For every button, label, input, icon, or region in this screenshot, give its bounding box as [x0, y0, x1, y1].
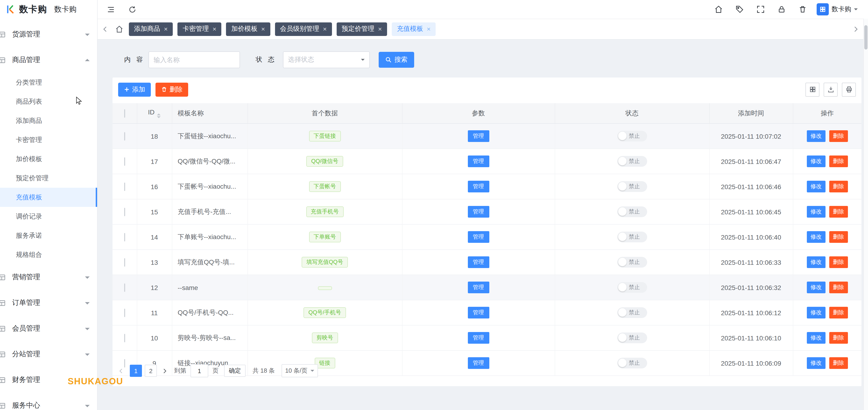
sidebar-item[interactable]: 规格组合 — [0, 245, 97, 264]
per-page-select[interactable]: 10 条/页 — [281, 364, 318, 377]
page-tab[interactable]: 充值模板 × — [392, 22, 436, 36]
tab-home-icon[interactable] — [115, 25, 123, 33]
row-delete-button[interactable]: 删除 — [829, 156, 848, 167]
status-toggle[interactable]: 禁止 — [617, 333, 647, 343]
row-delete-button[interactable]: 删除 — [829, 256, 848, 268]
manage-button[interactable]: 管理 — [468, 231, 489, 243]
edit-button[interactable]: 修改 — [807, 332, 826, 344]
fullscreen-icon[interactable] — [756, 5, 765, 13]
sidebar-item[interactable]: 货源管理 — [0, 22, 97, 47]
sidebar-item[interactable]: 预定价管理 — [0, 168, 97, 188]
close-icon[interactable]: × — [261, 26, 265, 32]
status-toggle[interactable]: 禁止 — [617, 131, 647, 141]
add-button[interactable]: 添加 — [118, 83, 151, 96]
manage-button[interactable]: 管理 — [468, 357, 489, 369]
edit-button[interactable]: 修改 — [807, 282, 826, 293]
close-icon[interactable]: × — [427, 26, 431, 32]
status-toggle[interactable]: 禁止 — [617, 232, 647, 242]
scrollbar-thumb[interactable] — [864, 25, 868, 50]
close-icon[interactable]: × — [212, 26, 216, 32]
status-toggle[interactable]: 禁止 — [617, 257, 647, 267]
status-toggle[interactable]: 禁止 — [617, 181, 647, 192]
sidebar-item[interactable]: 分类管理 — [0, 73, 97, 92]
row-checkbox[interactable] — [124, 157, 125, 165]
tag-icon[interactable] — [735, 5, 744, 13]
goto-page-input[interactable] — [190, 364, 208, 377]
trash-icon[interactable] — [799, 5, 807, 13]
sidebar-item[interactable]: 服务中心 — [0, 393, 97, 410]
manage-button[interactable]: 管理 — [468, 130, 489, 142]
status-toggle[interactable]: 禁止 — [617, 282, 647, 293]
tabs-scroll-right-icon[interactable] — [852, 26, 859, 32]
row-checkbox[interactable] — [124, 208, 125, 216]
sidebar-item[interactable]: 充值模板 — [0, 188, 97, 207]
edit-button[interactable]: 修改 — [807, 181, 826, 192]
vertical-scrollbar[interactable] — [863, 19, 868, 410]
sidebar-item[interactable]: 分站管理 — [0, 341, 97, 367]
status-toggle[interactable]: 禁止 — [617, 156, 647, 167]
row-delete-button[interactable]: 删除 — [829, 130, 848, 142]
print-button[interactable] — [842, 83, 856, 96]
status-toggle[interactable]: 禁止 — [617, 307, 647, 318]
manage-button[interactable]: 管理 — [468, 181, 489, 192]
sidebar-item[interactable]: 卡密管理 — [0, 130, 97, 150]
manage-button[interactable]: 管理 — [468, 307, 489, 318]
sidebar-item[interactable]: 服务承诺 — [0, 226, 97, 245]
row-delete-button[interactable]: 删除 — [829, 282, 848, 293]
page-number-button[interactable]: 2 — [145, 365, 157, 377]
sidebar-item[interactable]: 商品列表 — [0, 92, 97, 111]
manage-button[interactable]: 管理 — [468, 332, 489, 344]
page-tab[interactable]: 加价模板 × — [226, 22, 270, 36]
row-checkbox[interactable] — [124, 334, 125, 342]
status-toggle[interactable]: 禁止 — [617, 207, 647, 217]
sidebar-item[interactable]: 商品管理 — [0, 47, 97, 73]
manage-button[interactable]: 管理 — [468, 282, 489, 293]
row-delete-button[interactable]: 删除 — [829, 206, 848, 218]
row-checkbox[interactable] — [124, 258, 125, 266]
page-tab[interactable]: 添加商品 × — [129, 22, 173, 36]
row-checkbox[interactable] — [124, 132, 125, 140]
manage-button[interactable]: 管理 — [468, 256, 489, 268]
close-icon[interactable]: × — [378, 26, 382, 32]
filter-columns-button[interactable] — [805, 83, 819, 96]
row-delete-button[interactable]: 删除 — [829, 332, 848, 344]
page-tab[interactable]: 预定价管理 × — [337, 22, 387, 36]
sidebar-item[interactable]: 会员管理 — [0, 316, 97, 341]
edit-button[interactable]: 修改 — [807, 357, 826, 369]
close-icon[interactable]: × — [323, 26, 327, 32]
edit-button[interactable]: 修改 — [807, 206, 826, 218]
lock-icon[interactable] — [777, 5, 786, 13]
edit-button[interactable]: 修改 — [807, 130, 826, 142]
select-all-checkbox[interactable] — [124, 109, 125, 118]
user-menu[interactable]: 数卡购 — [817, 3, 858, 15]
manage-button[interactable]: 管理 — [468, 206, 489, 218]
tabs-scroll-left-icon[interactable] — [102, 26, 109, 32]
row-checkbox[interactable] — [124, 283, 125, 292]
collapse-menu-icon[interactable] — [106, 5, 115, 14]
goto-confirm-button[interactable]: 确定 — [224, 365, 246, 377]
sort-icon[interactable] — [157, 114, 161, 118]
page-number-button[interactable]: 1 — [130, 365, 142, 377]
export-button[interactable] — [824, 83, 838, 96]
sidebar-item[interactable]: 营销管理 — [0, 264, 97, 290]
row-checkbox[interactable] — [124, 233, 125, 241]
edit-button[interactable]: 修改 — [807, 231, 826, 243]
edit-button[interactable]: 修改 — [807, 156, 826, 167]
status-filter-select[interactable]: 选择状态 — [283, 51, 370, 68]
page-tab[interactable]: 会员级别管理 × — [275, 22, 332, 36]
sidebar-item[interactable]: 调价记录 — [0, 207, 97, 226]
row-delete-button[interactable]: 删除 — [829, 307, 848, 318]
sidebar-item[interactable]: 订单管理 — [0, 290, 97, 316]
close-icon[interactable]: × — [164, 26, 167, 32]
search-button[interactable]: 搜索 — [379, 52, 414, 68]
edit-button[interactable]: 修改 — [807, 307, 826, 318]
row-checkbox[interactable] — [124, 182, 125, 191]
manage-button[interactable]: 管理 — [468, 156, 489, 167]
delete-button[interactable]: 删除 — [155, 83, 188, 96]
sidebar-item[interactable]: 添加商品 — [0, 111, 97, 130]
row-delete-button[interactable]: 删除 — [829, 181, 848, 192]
sidebar-item[interactable]: 加价模板 — [0, 150, 97, 168]
home-icon[interactable] — [714, 5, 723, 13]
edit-button[interactable]: 修改 — [807, 256, 826, 268]
row-checkbox[interactable] — [124, 309, 125, 317]
